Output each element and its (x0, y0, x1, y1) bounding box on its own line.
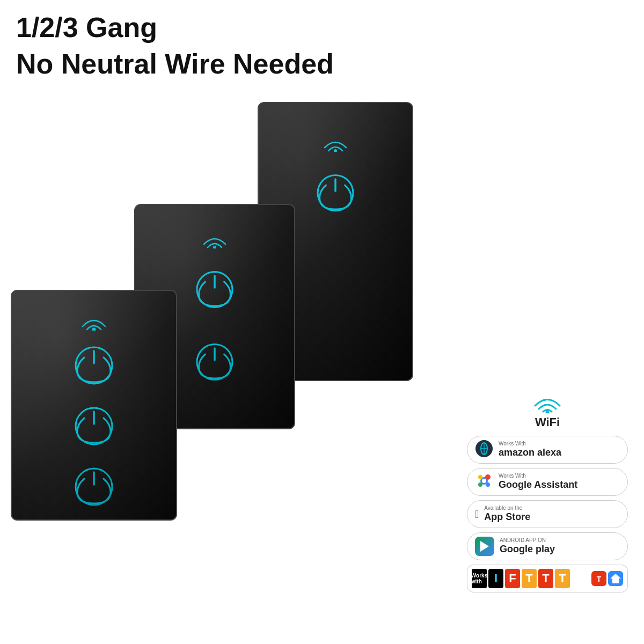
power-btn-2gang-1 (195, 269, 235, 310)
wifi-label: WiFi (535, 415, 560, 429)
ifttt-blocks: Workswith I F T T T (472, 569, 570, 588)
tuya-icon: T (591, 571, 606, 586)
wifi-icon-main (533, 392, 561, 413)
svg-point-21 (482, 479, 486, 483)
apple-icon:  (475, 508, 479, 521)
wifi-icon-1gang (322, 133, 349, 152)
gplay-small-text: ANDROID APP ON (500, 537, 555, 544)
svg-point-23 (478, 475, 482, 479)
svg-point-0 (334, 149, 337, 152)
power-btn-3gang-3 (73, 466, 115, 508)
appstore-small-text: Available on the (484, 505, 530, 511)
ifttt-t3: T (555, 569, 570, 588)
alexa-small-text: Works With (499, 441, 561, 447)
google-assistant-badge: Works With Google Assistant (467, 468, 628, 496)
ifttt-works-text: Workswith (472, 569, 487, 588)
product-title: 1/2/3 Gang No Neutral Wire Needed (16, 10, 334, 82)
appstore-main-text: App Store (484, 511, 530, 523)
app-store-text: Available on the App Store (484, 505, 530, 523)
title-line2: No Neutral Wire Needed (16, 46, 334, 83)
wifi-label-section: WiFi (533, 392, 561, 429)
power-btn-1gang (316, 173, 356, 213)
ifttt-i: I (488, 569, 503, 588)
google-assistant-text: Works With Google Assistant (499, 473, 577, 491)
power-btn-3gang-2 (73, 405, 115, 447)
google-assistant-icon (475, 472, 493, 493)
wifi-icon-3gang (80, 310, 108, 331)
svg-point-24 (478, 482, 482, 487)
power-btn-3gang-1 (73, 345, 115, 386)
switches-display (5, 97, 445, 537)
ifttt-t1: T (522, 569, 537, 588)
svg-point-8 (92, 328, 96, 331)
svg-point-22 (485, 474, 491, 480)
google-main-text: Google Assistant (499, 479, 577, 491)
product-page: 1/2/3 Gang No Neutral Wire Needed (0, 0, 644, 644)
svg-text:T: T (597, 575, 602, 583)
google-play-badge: ANDROID APP ON Google play (467, 532, 628, 560)
svg-marker-26 (480, 541, 489, 552)
gplay-main-text: Google play (500, 544, 555, 555)
alexa-main-text: amazon alexa (499, 447, 561, 459)
app-store-badge:  Available on the App Store (467, 500, 628, 528)
svg-point-3 (213, 246, 216, 248)
title-line1: 1/2/3 Gang (16, 10, 334, 46)
ifttt-f: F (505, 569, 520, 588)
compatibility-badges: WiFi Works With amazon alexa (459, 392, 636, 592)
power-btn-2gang-2 (195, 342, 235, 382)
switch-3gang (11, 290, 177, 521)
google-play-text: ANDROID APP ON Google play (500, 537, 555, 555)
alexa-badge: Works With amazon alexa (467, 436, 628, 464)
ifttt-tuya-badge: Workswith I F T T T T (467, 565, 628, 592)
alexa-text: Works With amazon alexa (499, 441, 561, 459)
tuya-logo: T (591, 571, 623, 586)
google-play-icon (475, 537, 494, 556)
smart-home-icon (608, 571, 623, 586)
google-small-text: Works With (499, 473, 577, 479)
alexa-icon (475, 440, 493, 460)
svg-point-25 (486, 482, 490, 487)
ifttt-t2: T (538, 569, 553, 588)
wifi-icon-2gang (201, 229, 228, 248)
